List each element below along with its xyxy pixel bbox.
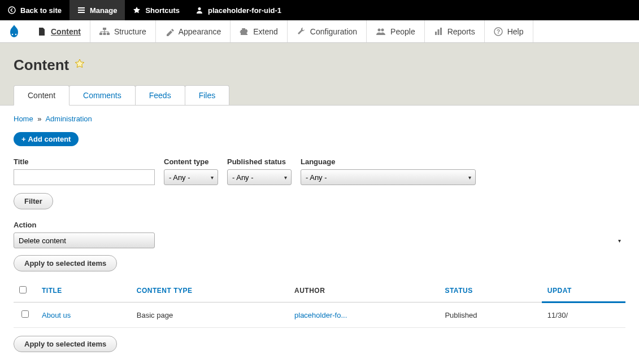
- col-title[interactable]: TITLE: [36, 279, 131, 302]
- published-status-label: Published status: [227, 157, 292, 166]
- menu-help[interactable]: ? Help: [485, 20, 533, 42]
- main-content: Home » Administration + Add content Titl…: [0, 106, 639, 361]
- reports-icon: [434, 27, 443, 36]
- menu-content-label: Content: [51, 27, 81, 36]
- extend-icon: [240, 27, 249, 36]
- row-status: Published: [439, 302, 541, 328]
- language-label: Language: [301, 157, 476, 166]
- breadcrumb-admin[interactable]: Administration: [45, 115, 92, 123]
- hamburger-icon: [77, 6, 85, 14]
- svg-rect-11: [437, 29, 439, 35]
- action-label: Action: [14, 221, 625, 229]
- page-header: Content Content Comments Feeds Files: [0, 43, 639, 106]
- file-icon: [37, 27, 46, 36]
- structure-icon: [99, 27, 110, 36]
- manage-toggle[interactable]: Manage: [69, 0, 125, 20]
- content-table: TITLE CONTENT TYPE AUTHOR STATUS UPDAT A…: [14, 279, 625, 328]
- appearance-icon: [165, 27, 174, 36]
- svg-rect-6: [103, 33, 106, 35]
- col-status[interactable]: STATUS: [439, 279, 541, 302]
- page-title: Content: [14, 56, 69, 74]
- menu-people[interactable]: People: [367, 20, 425, 42]
- breadcrumb-home[interactable]: Home: [14, 115, 33, 123]
- back-to-site[interactable]: Back to site: [0, 0, 69, 20]
- content-type-label: Content type: [164, 157, 218, 166]
- svg-rect-4: [103, 28, 106, 30]
- content-type-select[interactable]: - Any -: [164, 169, 218, 185]
- svg-point-0: [8, 7, 15, 14]
- back-label: Back to site: [20, 6, 62, 15]
- title-input[interactable]: [14, 169, 155, 185]
- row-updated: 11/30/: [542, 302, 625, 328]
- menu-configuration-label: Configuration: [310, 27, 357, 36]
- menu-extend-label: Extend: [253, 27, 278, 36]
- add-content-button[interactable]: + Add content: [14, 132, 79, 146]
- row-content-type: Basic page: [131, 302, 289, 328]
- tab-feeds[interactable]: Feeds: [135, 85, 185, 105]
- primary-tabs: Content Comments Feeds Files: [14, 85, 625, 105]
- svg-rect-12: [440, 28, 442, 35]
- menu-structure-label: Structure: [114, 27, 146, 36]
- table-row: About us Basic page placeholder-fo... Pu…: [14, 302, 625, 328]
- svg-point-8: [378, 28, 381, 31]
- user-menu[interactable]: placeholder-for-uid-1: [188, 0, 289, 20]
- admin-menu: Content Structure Appearance Extend Conf…: [0, 20, 639, 43]
- people-icon: [376, 27, 386, 36]
- apply-bottom-button[interactable]: Apply to selected items: [14, 336, 117, 352]
- wrench-icon: [297, 27, 306, 36]
- row-title-link[interactable]: About us: [42, 311, 71, 319]
- menu-reports-label: Reports: [447, 27, 475, 36]
- favorite-star-icon[interactable]: [75, 59, 85, 72]
- add-content-label: Add content: [28, 135, 71, 143]
- tab-content[interactable]: Content: [14, 85, 69, 106]
- apply-top-button[interactable]: Apply to selected items: [14, 255, 117, 271]
- menu-content[interactable]: Content: [28, 20, 90, 42]
- col-updated[interactable]: UPDAT: [542, 279, 625, 302]
- shortcuts-toggle[interactable]: Shortcuts: [125, 0, 188, 20]
- action-select[interactable]: Delete content: [14, 233, 155, 248]
- col-content-type[interactable]: CONTENT TYPE: [131, 279, 289, 302]
- svg-point-1: [198, 7, 201, 10]
- col-author: AUTHOR: [289, 279, 439, 302]
- row-author-link[interactable]: placeholder-fo...: [294, 311, 347, 319]
- svg-rect-10: [435, 32, 437, 35]
- published-status-select[interactable]: - Any -: [227, 169, 292, 185]
- row-checkbox[interactable]: [21, 310, 29, 318]
- person-icon: [195, 6, 203, 14]
- svg-rect-5: [99, 33, 102, 35]
- toolbar-top: Back to site Manage Shortcuts placeholde…: [0, 0, 639, 20]
- language-select[interactable]: - Any -: [301, 169, 476, 185]
- menu-appearance[interactable]: Appearance: [156, 20, 231, 42]
- tab-files[interactable]: Files: [185, 85, 230, 105]
- select-all-checkbox[interactable]: [19, 286, 27, 293]
- filter-row: Title Content type - Any - Published sta…: [14, 157, 625, 185]
- menu-people-label: People: [390, 27, 415, 36]
- breadcrumb: Home » Administration: [14, 115, 625, 123]
- svg-rect-7: [107, 33, 110, 35]
- svg-point-3: [15, 33, 16, 34]
- svg-point-2: [12, 33, 13, 34]
- menu-help-label: Help: [507, 27, 524, 36]
- menu-reports[interactable]: Reports: [425, 20, 485, 42]
- user-label: placeholder-for-uid-1: [208, 6, 281, 15]
- back-icon: [8, 6, 16, 14]
- plus-icon: +: [21, 135, 26, 143]
- help-icon: ?: [494, 27, 503, 36]
- shortcuts-label: Shortcuts: [145, 6, 180, 15]
- menu-appearance-label: Appearance: [179, 27, 221, 36]
- svg-text:?: ?: [497, 29, 500, 35]
- svg-point-9: [381, 28, 384, 31]
- star-icon: [133, 6, 141, 14]
- manage-label: Manage: [90, 6, 117, 15]
- menu-extend[interactable]: Extend: [231, 20, 288, 42]
- menu-configuration[interactable]: Configuration: [288, 20, 367, 42]
- tab-comments[interactable]: Comments: [69, 85, 136, 105]
- breadcrumb-sep: »: [37, 115, 41, 123]
- menu-structure[interactable]: Structure: [90, 20, 156, 42]
- drupal-logo[interactable]: [0, 20, 28, 42]
- filter-button[interactable]: Filter: [14, 193, 53, 209]
- title-label: Title: [14, 157, 155, 166]
